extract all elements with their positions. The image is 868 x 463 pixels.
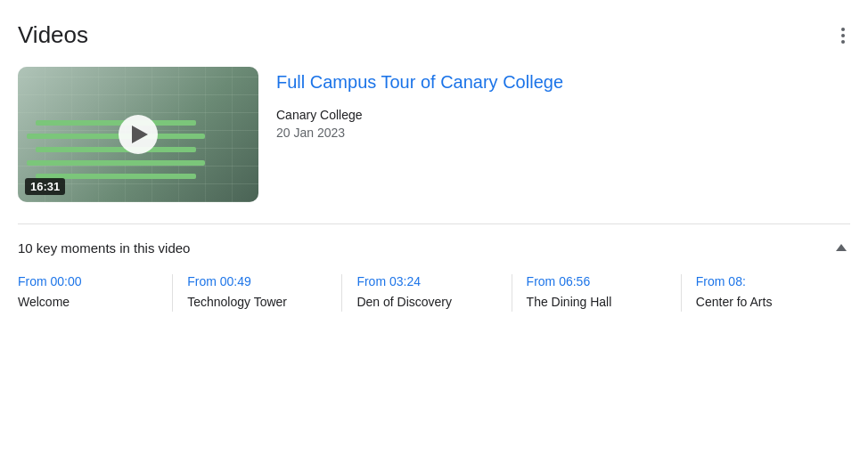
moment-label-1: Technology Tower: [187, 294, 327, 312]
fade-overlay: [823, 274, 850, 312]
moment-timestamp-1[interactable]: From 00:49: [187, 274, 327, 288]
moment-item-3: From 06:56 The Dining Hall: [512, 274, 681, 312]
play-icon: [132, 126, 148, 143]
moment-label-0: Welcome: [18, 294, 158, 312]
moment-label-4: Center fo Arts: [696, 294, 836, 312]
key-moments-title: 10 key moments in this video: [18, 240, 190, 256]
video-title[interactable]: Full Campus Tour of Canary College: [276, 70, 563, 93]
section-header: Videos: [18, 21, 850, 49]
collapse-button[interactable]: [832, 239, 850, 256]
play-button[interactable]: [119, 115, 158, 154]
video-duration: 16:31: [25, 178, 65, 195]
table-decor: [27, 160, 205, 166]
video-channel: Canary College: [276, 108, 563, 122]
moment-item-1: From 00:49 Technology Tower: [172, 274, 341, 312]
key-moments-header: 10 key moments in this video: [18, 223, 850, 256]
video-info: Full Campus Tour of Canary College Canar…: [276, 67, 563, 202]
moment-item-4: From 08: Center fo Arts: [681, 274, 850, 312]
page-container: Videos 16:31 Full Campus Tour: [0, 0, 868, 333]
page-title: Videos: [18, 21, 88, 49]
moment-timestamp-0[interactable]: From 00:00: [18, 274, 158, 288]
moments-list: From 00:00 Welcome From 00:49 Technology…: [18, 274, 850, 312]
moment-timestamp-3[interactable]: From 06:56: [527, 274, 667, 288]
moment-label-2: Den of Discovery: [356, 294, 496, 312]
video-thumbnail[interactable]: 16:31: [18, 67, 258, 202]
video-section: 16:31 Full Campus Tour of Canary College…: [18, 67, 850, 202]
moment-item-0: From 00:00 Welcome: [18, 274, 172, 312]
video-date: 20 Jan 2023: [276, 126, 563, 140]
moment-item-2: From 03:24 Den of Discovery: [341, 274, 511, 312]
more-options-button[interactable]: [836, 22, 850, 49]
table-decor: [36, 147, 196, 152]
moment-timestamp-2[interactable]: From 03:24: [356, 274, 496, 288]
moment-label-3: The Dining Hall: [527, 294, 667, 312]
table-decor: [36, 120, 196, 126]
table-decor: [27, 134, 205, 139]
